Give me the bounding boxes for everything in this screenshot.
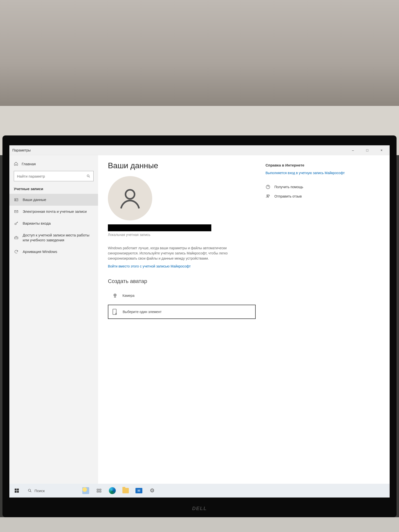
browse-option-label: Выберите один элемент — [123, 310, 162, 314]
camera-option-label: Камера — [122, 294, 134, 298]
gear-icon: ⚙ — [150, 487, 155, 494]
start-button[interactable] — [10, 484, 23, 498]
search-input[interactable] — [17, 174, 86, 178]
window-title: Параметры — [12, 148, 346, 152]
sync-icon — [14, 249, 19, 254]
content-area: Ваши данные Локальная учетная запись Win… — [98, 155, 390, 484]
mail-icon — [14, 209, 19, 214]
taskbar-edge[interactable] — [106, 484, 119, 498]
taskbar-task-view[interactable] — [93, 484, 105, 498]
create-avatar-heading: Создать аватар — [108, 278, 256, 284]
folder-icon — [122, 488, 129, 493]
sidebar-item-your-info[interactable]: Ваши данные — [9, 194, 98, 206]
sidebar-item-label: Ваши данные — [23, 197, 94, 202]
search-icon — [28, 488, 32, 493]
key-icon — [14, 221, 19, 226]
account-type-label: Локальная учетная запись — [108, 233, 256, 237]
sidebar-item-label: Архивация Windows — [23, 249, 94, 254]
svg-line-1 — [89, 177, 90, 178]
svg-rect-14 — [17, 489, 19, 491]
sidebar-item-label: Варианты входа — [23, 221, 94, 226]
sidebar-item-email[interactable]: Электронная почта и учетные записи — [9, 206, 98, 217]
svg-point-8 — [114, 294, 116, 296]
home-icon — [14, 162, 18, 166]
svg-rect-22 — [99, 491, 101, 492]
svg-rect-4 — [15, 211, 18, 213]
taskbar-explorer[interactable] — [119, 484, 132, 498]
send-feedback-label: Отправить отзыв — [274, 194, 302, 198]
sidebar-item-label: Электронная почта и учетные записи — [23, 209, 94, 214]
browse-file-icon — [112, 309, 118, 315]
help-link-signin[interactable]: Выполняется вход в учетную запись Майкро… — [266, 171, 349, 176]
edge-icon — [109, 487, 116, 494]
search-input-container[interactable] — [14, 171, 94, 181]
person-icon — [116, 185, 144, 212]
mail-icon: ✉ — [135, 488, 142, 493]
maximize-button[interactable]: □ — [360, 145, 374, 155]
settings-window: Параметры – □ × Главная — [9, 145, 390, 484]
minimize-button[interactable]: – — [346, 145, 360, 155]
send-feedback-link[interactable]: Отправить отзыв — [266, 194, 349, 199]
avatar-browse-option[interactable]: Выберите один элемент — [108, 305, 256, 319]
svg-point-3 — [15, 199, 16, 200]
avatar-camera-option[interactable]: Камера — [108, 289, 256, 302]
svg-point-17 — [28, 489, 31, 491]
person-card-icon — [14, 198, 19, 202]
svg-rect-19 — [97, 489, 98, 490]
home-link[interactable]: Главная — [9, 159, 98, 168]
sync-description: Windows работает лучше, когда ваши парам… — [108, 246, 231, 261]
svg-rect-13 — [15, 489, 17, 491]
weather-icon — [82, 487, 89, 494]
get-help-link[interactable]: Получить помощь — [266, 184, 349, 189]
help-heading: Справка в Интернете — [266, 163, 349, 167]
taskbar-search[interactable]: Поиск — [24, 484, 49, 498]
taskbar-search-label: Поиск — [34, 489, 45, 493]
svg-point-5 — [15, 223, 16, 225]
taskbar-settings[interactable]: ⚙ — [146, 484, 159, 498]
search-icon — [86, 174, 90, 178]
sidebar-section-title: Учетные записи — [9, 185, 98, 194]
close-button[interactable]: × — [374, 145, 389, 155]
sidebar: Главная Учетные записи Ваши данные — [9, 155, 98, 484]
svg-rect-21 — [97, 491, 98, 492]
task-view-icon — [96, 488, 102, 493]
avatar-placeholder — [108, 176, 152, 220]
svg-line-18 — [30, 491, 31, 492]
titlebar: Параметры – □ × — [9, 145, 390, 155]
help-icon — [266, 184, 271, 189]
signin-microsoft-link[interactable]: Войти вместо этого с учетной записью Май… — [108, 264, 191, 268]
sidebar-item-signin-options[interactable]: Варианты входа — [9, 217, 98, 229]
sidebar-item-work-access[interactable]: Доступ к учетной записи места работы или… — [9, 229, 98, 246]
svg-point-7 — [126, 190, 135, 199]
svg-point-9 — [115, 295, 116, 296]
svg-rect-20 — [99, 489, 101, 490]
get-help-label: Получить помощь — [274, 185, 303, 189]
sidebar-item-label: Доступ к учетной записи места работы или… — [23, 233, 94, 242]
taskbar: Поиск ✉ ⚙ — [9, 484, 390, 498]
monitor-brand: DELL — [192, 506, 207, 511]
briefcase-icon — [14, 235, 19, 240]
taskbar-mail[interactable]: ✉ — [133, 484, 145, 498]
svg-rect-15 — [15, 491, 17, 493]
feedback-icon — [266, 194, 271, 199]
taskbar-weather[interactable] — [79, 484, 92, 498]
home-label: Главная — [22, 162, 36, 166]
windows-icon — [14, 488, 19, 493]
username-redacted — [108, 224, 211, 231]
camera-icon — [112, 293, 118, 299]
sidebar-item-windows-backup[interactable]: Архивация Windows — [9, 246, 98, 258]
svg-point-0 — [87, 175, 89, 177]
svg-rect-16 — [17, 491, 19, 493]
page-title: Ваши данные — [108, 161, 256, 170]
